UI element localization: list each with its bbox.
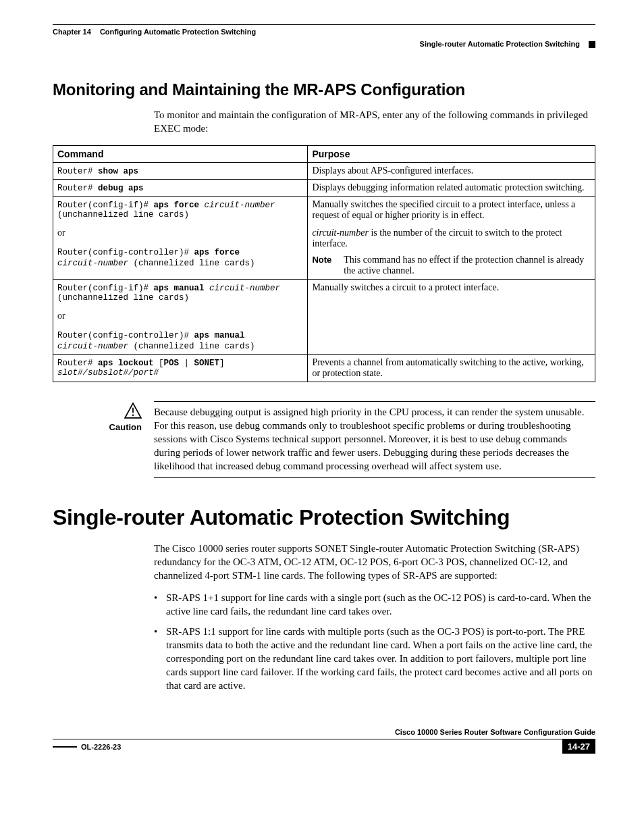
chapter-label: Chapter 14	[53, 28, 91, 36]
cmd-arg: slot#/subslot#/port#	[57, 368, 303, 377]
section-marker-icon	[589, 41, 595, 48]
cmd-prefix: Router#	[57, 167, 98, 176]
purpose-text: Manually switches a circuit to a protect…	[308, 279, 595, 354]
or-text: or	[57, 228, 303, 238]
caution-block: Caution Because debugging output is assi…	[53, 401, 595, 478]
cmd-bold: aps force	[154, 201, 200, 210]
table-row: Router# show aps Displays about APS-conf…	[53, 162, 595, 179]
cmd-bold: debug aps	[98, 184, 144, 193]
caution-label: Caution	[109, 422, 142, 432]
note-text: This command has no effect if the protec…	[344, 255, 591, 276]
monitoring-heading: Monitoring and Maintaining the MR-APS Co…	[53, 80, 595, 99]
table-row: Router(config-if)# aps force circuit-num…	[53, 196, 595, 279]
cmd-prefix: Router(config-if)#	[57, 201, 154, 210]
cmd-bold: aps manual	[194, 331, 245, 340]
chapter-title: Configuring Automatic Protection Switchi…	[100, 28, 256, 36]
cmd-arg: circuit-number	[199, 201, 275, 210]
cmd-note: (channelized line cards)	[128, 342, 255, 351]
cmd-arg: circuit-number	[205, 284, 281, 293]
command-table: Command Purpose Router# show aps Display…	[53, 145, 595, 382]
cmd-note: (channelized line cards)	[128, 259, 255, 268]
cmd-arg: circuit-number	[57, 342, 128, 351]
list-item: SR-APS 1:1 support for line cards with m…	[154, 625, 595, 693]
section-title: Single-router Automatic Protection Switc…	[420, 40, 580, 48]
cmd-prefix: Router#	[57, 359, 98, 368]
note-label: Note	[312, 255, 331, 276]
doc-id: OL-2226-23	[81, 743, 121, 751]
book-title: Cisco 10000 Series Router Software Confi…	[395, 728, 595, 736]
chapter-header: Chapter 14 Configuring Automatic Protect…	[53, 28, 595, 36]
cmd-prefix: Router(config-if)#	[57, 284, 154, 293]
cmd-prefix: Router#	[57, 184, 98, 193]
page-footer: Cisco 10000 Series Router Software Confi…	[53, 728, 595, 754]
table-row: Router# debug aps Displays debugging inf…	[53, 179, 595, 196]
caution-text: Because debugging output is assigned hig…	[154, 401, 595, 478]
col-command: Command	[53, 145, 308, 162]
or-text: or	[57, 311, 303, 321]
sraps-heading: Single-router Automatic Protection Switc…	[53, 505, 595, 530]
caution-icon	[53, 402, 142, 421]
svg-point-1	[132, 414, 134, 415]
header-rule	[53, 24, 595, 25]
sraps-bullets: SR-APS 1+1 support for line cards with a…	[154, 592, 595, 693]
table-row: Router(config-if)# aps manual circuit-nu…	[53, 279, 595, 354]
cmd-prefix: Router(config-controller)#	[57, 248, 194, 257]
purpose-text2: circuit-number is the number of the circ…	[312, 228, 591, 249]
cmd-bold: aps manual	[154, 284, 205, 293]
note-block: Note This command has no effect if the p…	[312, 255, 591, 276]
page-number-badge: 14-27	[562, 739, 595, 754]
cmd-bold: aps lockout	[98, 359, 154, 368]
section-header: Single-router Automatic Protection Switc…	[53, 40, 595, 48]
cmd-note: (unchannelized line cards)	[57, 293, 303, 303]
col-purpose: Purpose	[308, 145, 595, 162]
purpose-text: Displays debugging information related a…	[308, 179, 595, 196]
purpose-text: Prevents a channel from automatically sw…	[308, 354, 595, 382]
monitoring-intro: To monitor and maintain the configuratio…	[154, 109, 595, 136]
purpose-text: Displays about APS-configured interfaces…	[308, 162, 595, 179]
sraps-intro: The Cisco 10000 series router supports S…	[154, 542, 595, 583]
cmd-bold: show aps	[98, 167, 138, 176]
cmd-bold: aps force	[194, 248, 240, 257]
purpose-text: Manually switches the specified circuit …	[312, 199, 591, 221]
arg-name: circuit-number	[312, 228, 368, 238]
table-row: Router# aps lockout [POS | SONET] slot#/…	[53, 354, 595, 382]
cmd-note: (unchannelized line cards)	[57, 210, 303, 219]
cmd-prefix: Router(config-controller)#	[57, 331, 194, 340]
list-item: SR-APS 1+1 support for line cards with a…	[154, 592, 595, 619]
footer-rule-stub	[53, 746, 77, 748]
cmd-arg: circuit-number	[57, 259, 128, 268]
